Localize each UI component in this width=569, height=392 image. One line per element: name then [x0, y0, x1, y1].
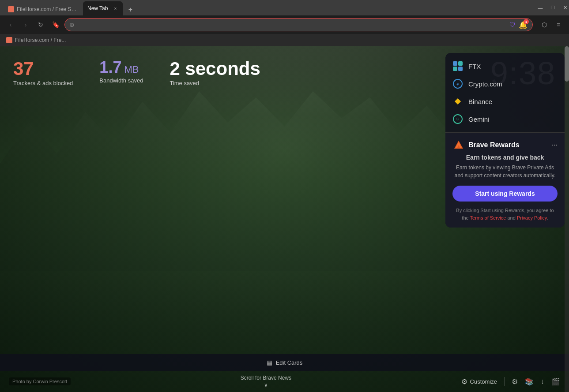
window-controls: — ☐ ✕ [536, 4, 569, 12]
brave-rewards-card: Brave Rewards ··· Earn tokens and give b… [445, 132, 565, 228]
tab-inactive[interactable]: FileHorse.com / Free Software Downl... [4, 3, 83, 15]
media-icon-button[interactable]: 🎬 [551, 377, 560, 386]
rewards-more-button[interactable]: ··· [552, 141, 558, 149]
maximize-button[interactable]: ☐ [549, 4, 557, 12]
alert-count: 1 [524, 19, 529, 24]
ftx-sq-2 [458, 61, 463, 66]
privacy-policy-link[interactable]: Privacy Policy [517, 215, 547, 220]
divider [504, 377, 505, 386]
binance-label: Binance [468, 98, 492, 105]
crypto-icon: ◈ [452, 78, 463, 89]
widget-links: FTX ◈ Crypto.com Binance [445, 53, 565, 132]
rewards-description: Earn tokens by viewing Brave Private Ads… [452, 164, 558, 179]
downloads-icon-button[interactable]: ↓ [541, 377, 544, 385]
cast-button[interactable]: ⬡ [538, 19, 550, 31]
prev-tab-label: FileHorse.com / Fre... [15, 37, 66, 43]
prev-tab-favicon [6, 37, 12, 43]
scrollbar-thumb[interactable] [565, 46, 569, 82]
forward-button[interactable]: › [19, 19, 32, 31]
stat-bandwidth: 1.7 MB Bandwidth saved [99, 60, 143, 84]
main-content: 37 Trackers & ads blocked 1.7 MB Bandwid… [0, 46, 569, 392]
trackers-value: 37 [13, 60, 73, 78]
scroll-hint: Scroll for Brave News ∨ [241, 375, 291, 388]
binance-icon [452, 96, 463, 107]
widget-panel: FTX ◈ Crypto.com Binance [445, 53, 565, 228]
time-value: 2 seconds [170, 60, 260, 78]
prev-tab-strip: FileHorse.com / Fre... [0, 34, 569, 46]
ftx-sq-3 [453, 67, 457, 71]
rewards-header: Brave Rewards ··· [452, 139, 558, 151]
stats-bar: 37 Trackers & ads blocked 1.7 MB Bandwid… [13, 60, 260, 86]
stat-time: 2 seconds Time saved [170, 60, 260, 86]
scroll-text: Scroll for Brave News [241, 375, 291, 381]
browser-frame: FileHorse.com / Free Software Downl... N… [0, 0, 569, 392]
bandwidth-value: 1.7 MB [99, 60, 143, 75]
bookmark-icon: 🔖 [52, 21, 60, 28]
nav-right-buttons: ⬡ ≡ [538, 19, 565, 31]
alert-badge[interactable]: 🔔 1 [518, 20, 528, 30]
inactive-tab-favicon [8, 6, 14, 12]
bandwidth-label: Bandwidth saved [99, 77, 143, 84]
tab-bar: FileHorse.com / Free Software Downl... N… [4, 0, 532, 15]
library-icon-button[interactable]: 📚 [525, 377, 534, 386]
customize-label: Customize [470, 378, 497, 385]
widget-link-ftx[interactable]: FTX [445, 57, 565, 75]
address-bar[interactable]: ⊕ 🛡 🔔 1 [64, 18, 533, 31]
tab-active[interactable]: New Tab × [83, 1, 123, 15]
active-tab-label: New Tab [87, 5, 108, 11]
gemini-label: Gemini [468, 116, 490, 123]
stat-trackers: 37 Trackers & ads blocked [13, 60, 73, 86]
edit-cards-label: Edit Cards [276, 359, 303, 366]
address-favicon: ⊕ [69, 21, 75, 28]
close-button[interactable]: ✕ [561, 4, 569, 12]
customize-button[interactable]: ⚙ Customize [461, 377, 497, 386]
rewards-title-row: Brave Rewards [452, 139, 520, 151]
settings-icon-button[interactable]: ⚙ [512, 377, 518, 386]
photo-credit: Photo by Corwin Prescott [9, 377, 71, 385]
scroll-chevron: ∨ [264, 382, 268, 388]
scrollbar-track[interactable] [565, 46, 569, 392]
tos-text: By clicking Start using Rewards, you agr… [452, 207, 558, 221]
ftx-icon [452, 61, 463, 71]
ftx-sq-4 [458, 67, 463, 71]
edit-cards-bar[interactable]: ▦ Edit Cards [0, 354, 569, 371]
reload-button[interactable]: ↻ [34, 19, 47, 31]
tos-and: and [506, 215, 516, 220]
rewards-earn-title: Earn tokens and give back [452, 154, 558, 161]
widget-link-crypto[interactable]: ◈ Crypto.com [445, 75, 565, 93]
bottom-bar: Photo by Corwin Prescott Scroll for Brav… [0, 371, 569, 392]
customize-icon: ⚙ [461, 377, 467, 386]
time-label: Time saved [170, 80, 260, 86]
gemini-icon: ⬡ [452, 114, 463, 124]
bottom-right-controls: ⚙ Customize ⚙ 📚 ↓ 🎬 [461, 377, 560, 386]
menu-button[interactable]: ≡ [552, 19, 565, 31]
ftx-sq-1 [453, 61, 457, 66]
edit-cards-icon: ▦ [267, 359, 272, 366]
crypto-label: Crypto.com [468, 80, 502, 88]
start-rewards-button[interactable]: Start using Rewards [452, 186, 558, 202]
tos-suffix: . [547, 215, 548, 220]
ftx-label: FTX [468, 63, 481, 70]
terms-of-service-link[interactable]: Terms of Service [470, 215, 506, 220]
trackers-label: Trackers & ads blocked [13, 80, 73, 86]
widget-link-binance[interactable]: Binance [445, 93, 565, 110]
brave-shield-icon[interactable]: 🛡 [509, 21, 516, 28]
rewards-title: Brave Rewards [468, 141, 520, 149]
back-button[interactable]: ‹ [4, 19, 17, 31]
bookmark-button[interactable]: 🔖 [49, 19, 62, 31]
widget-link-gemini[interactable]: ⬡ Gemini [445, 110, 565, 128]
minimize-button[interactable]: — [536, 4, 544, 12]
bat-icon [452, 139, 465, 151]
tab-close-button[interactable]: × [112, 5, 118, 11]
new-tab-button[interactable]: + [124, 4, 136, 15]
nav-bar: ‹ › ↻ 🔖 ⊕ 🛡 🔔 1 ⬡ ≡ [0, 15, 569, 34]
inactive-tab-label: FileHorse.com / Free Software Downl... [17, 6, 79, 12]
